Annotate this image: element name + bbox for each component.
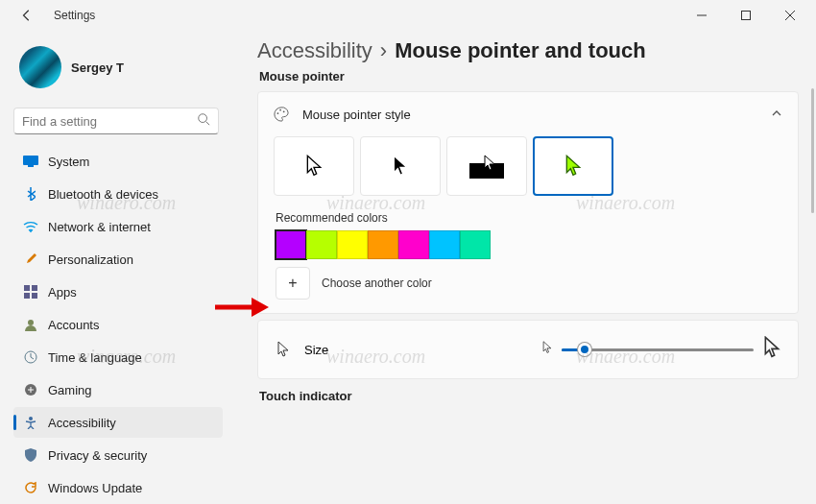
svg-rect-7	[24, 285, 30, 291]
svg-rect-5	[28, 165, 34, 167]
svg-point-6	[30, 230, 32, 232]
clock-icon	[23, 349, 38, 365]
sidebar-item-apps[interactable]: Apps	[13, 276, 223, 307]
sidebar: Sergey T System Bluetooth & devices Netw…	[0, 31, 230, 504]
svg-point-16	[279, 109, 281, 111]
sidebar-item-network[interactable]: Network & internet	[13, 211, 223, 242]
page-title: Mouse pointer and touch	[395, 38, 646, 63]
svg-point-17	[283, 110, 285, 112]
svg-line-3	[206, 122, 210, 126]
svg-point-11	[28, 320, 34, 325]
size-card: Size	[257, 320, 799, 379]
choose-another-row: + Choose another color	[276, 267, 798, 300]
svg-rect-9	[24, 293, 30, 299]
pointer-style-inverted[interactable]	[446, 136, 527, 196]
profile[interactable]: Sergey T	[13, 38, 223, 102]
back-button[interactable]	[13, 2, 40, 29]
bluetooth-icon	[23, 186, 38, 202]
slider-thumb[interactable]	[578, 343, 591, 356]
shield-icon	[23, 447, 38, 463]
sidebar-item-privacy[interactable]: Privacy & security	[13, 440, 223, 470]
profile-name: Sergey T	[71, 60, 124, 75]
chevron-up-icon	[771, 106, 782, 123]
sidebar-item-gaming[interactable]: Gaming	[13, 374, 223, 405]
nav-label: Gaming	[48, 383, 92, 397]
nav-label: Privacy & security	[48, 448, 147, 463]
nav-label: Personalization	[48, 252, 133, 267]
nav-label: Bluetooth & devices	[48, 187, 158, 202]
sidebar-item-accessibility[interactable]: Accessibility	[13, 407, 223, 438]
pointer-style-white[interactable]	[274, 136, 354, 196]
nav-label: Windows Update	[48, 481, 142, 495]
search-icon	[197, 112, 210, 130]
maximize-button[interactable]	[724, 0, 768, 31]
pointer-style-custom[interactable]	[533, 136, 613, 196]
pointer-style-black[interactable]	[360, 136, 441, 196]
titlebar: Settings	[0, 0, 816, 31]
scrollbar[interactable]	[811, 88, 814, 213]
svg-point-15	[277, 112, 279, 114]
color-swatch-2[interactable]	[337, 230, 368, 259]
color-swatch-0[interactable]	[276, 230, 306, 259]
size-slider[interactable]	[562, 348, 754, 351]
cursor-icon	[276, 342, 291, 357]
breadcrumb: Accessibility › Mouse pointer and touch	[257, 38, 799, 63]
cursor-small-icon	[542, 341, 552, 358]
svg-point-14	[29, 417, 33, 420]
section-mouse-pointer: Mouse pointer	[259, 69, 799, 84]
settings-window: Settings Sergey T System Bluetooth & dev…	[0, 0, 816, 504]
color-swatch-6[interactable]	[460, 230, 491, 259]
search-box[interactable]	[13, 108, 219, 134]
section-touch-indicator: Touch indicator	[259, 389, 799, 403]
gaming-icon	[23, 382, 38, 397]
color-swatch-4[interactable]	[398, 230, 429, 259]
color-swatch-1[interactable]	[306, 230, 337, 259]
pointer-style-options	[258, 136, 798, 211]
update-icon	[23, 480, 38, 495]
svg-rect-10	[32, 293, 37, 299]
color-swatch-5[interactable]	[429, 230, 460, 259]
breadcrumb-separator: ›	[380, 38, 387, 63]
nav-label: Apps	[48, 285, 77, 300]
wifi-icon	[23, 219, 38, 234]
system-icon	[23, 154, 38, 169]
sidebar-item-update[interactable]: Windows Update	[13, 472, 223, 503]
content-area: Accessibility › Mouse pointer and touch …	[230, 31, 816, 504]
recommended-colors-label: Recommended colors	[276, 211, 798, 225]
svg-rect-4	[23, 156, 38, 165]
size-slider-wrap	[542, 336, 780, 363]
card-label: Mouse pointer style	[302, 108, 411, 122]
accounts-icon	[23, 317, 38, 332]
color-swatches	[276, 230, 798, 259]
breadcrumb-parent[interactable]: Accessibility	[257, 38, 372, 63]
svg-point-2	[199, 114, 207, 123]
pointer-style-card: Mouse pointer style Recommended colors	[257, 91, 799, 314]
brush-icon	[23, 252, 38, 267]
sidebar-item-bluetooth[interactable]: Bluetooth & devices	[13, 179, 223, 209]
svg-rect-1	[742, 12, 751, 20]
search-input[interactable]	[22, 114, 197, 129]
sidebar-item-accounts[interactable]: Accounts	[13, 309, 223, 340]
nav-label: Accounts	[48, 318, 99, 332]
size-label: Size	[304, 343, 328, 357]
close-button[interactable]	[768, 0, 812, 31]
window-title: Settings	[54, 9, 95, 22]
nav-label: Time & language	[48, 350, 142, 365]
minimize-button[interactable]	[680, 0, 724, 31]
palette-icon	[274, 107, 289, 122]
color-swatch-3[interactable]	[368, 230, 398, 259]
sidebar-item-personalization[interactable]: Personalization	[13, 244, 223, 275]
apps-icon	[23, 284, 38, 300]
avatar	[19, 46, 61, 88]
choose-another-label: Choose another color	[322, 276, 432, 290]
cursor-large-icon	[763, 336, 780, 363]
sidebar-item-system[interactable]: System	[13, 146, 223, 177]
sidebar-item-time[interactable]: Time & language	[13, 342, 223, 372]
choose-another-color-button[interactable]: +	[276, 267, 310, 300]
nav-label: System	[48, 155, 89, 169]
nav-label: Network & internet	[48, 220, 151, 234]
svg-rect-8	[32, 285, 37, 291]
nav-label: Accessibility	[48, 416, 116, 430]
pointer-style-header[interactable]: Mouse pointer style	[258, 92, 798, 136]
accessibility-icon	[23, 415, 38, 430]
